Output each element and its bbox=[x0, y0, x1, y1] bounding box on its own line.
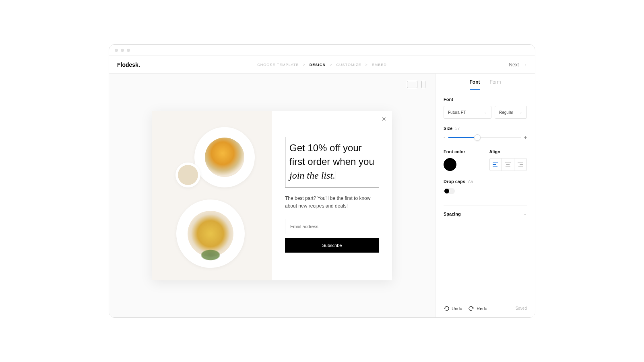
size-slider-row: - + bbox=[444, 135, 527, 140]
food-plate-icon bbox=[194, 127, 255, 187]
mobile-view-button[interactable] bbox=[421, 81, 425, 88]
font-family-value: Futura PT bbox=[448, 110, 466, 115]
svg-rect-2 bbox=[493, 166, 497, 167]
font-weight-select[interactable]: Regular ⌄ bbox=[495, 106, 527, 119]
svg-rect-4 bbox=[506, 164, 510, 165]
panel-content: Font Futura PT ⌄ Regular ⌄ Size 37 bbox=[436, 90, 535, 299]
drop-caps-toggle[interactable] bbox=[444, 188, 455, 194]
popup-preview: ✕ Get 10% off your first order when you … bbox=[152, 111, 392, 280]
align-group bbox=[489, 158, 527, 171]
drop-caps-hint: Aa bbox=[468, 179, 473, 184]
app-body: ✕ Get 10% off your first order when you … bbox=[109, 74, 535, 317]
viewport-toggle bbox=[407, 81, 425, 88]
breadcrumb-step[interactable]: CHOOSE TEMPLATE bbox=[257, 63, 299, 67]
slider-thumb[interactable] bbox=[474, 134, 481, 141]
saved-status: Saved bbox=[516, 306, 527, 311]
font-label: Font bbox=[444, 97, 527, 102]
subtext[interactable]: The best part? You'll be the first to kn… bbox=[285, 195, 379, 210]
chevron-right-icon: > bbox=[365, 63, 367, 67]
chevron-down-icon: ⌄ bbox=[524, 212, 527, 216]
spacing-section[interactable]: Spacing ⌄ bbox=[444, 212, 527, 216]
svg-rect-1 bbox=[493, 164, 496, 165]
size-slider[interactable] bbox=[448, 137, 521, 138]
popup-content: ✕ Get 10% off your first order when you … bbox=[272, 111, 392, 280]
redo-label: Redo bbox=[477, 306, 487, 311]
svg-rect-6 bbox=[518, 162, 523, 163]
panel-footer: Undo Redo Saved bbox=[436, 299, 535, 317]
redo-icon bbox=[469, 306, 474, 311]
subscribe-button[interactable]: Subscribe bbox=[285, 238, 379, 253]
undo-icon bbox=[444, 306, 449, 311]
chevron-down-icon: ⌄ bbox=[484, 110, 487, 114]
svg-rect-3 bbox=[505, 162, 511, 163]
headline-editor[interactable]: Get 10% off your first order when you jo… bbox=[285, 137, 379, 187]
tab-font[interactable]: Font bbox=[470, 79, 480, 90]
close-icon[interactable]: ✕ bbox=[382, 116, 386, 122]
align-center-button[interactable] bbox=[502, 158, 514, 171]
window-dot bbox=[127, 49, 130, 52]
align-left-button[interactable] bbox=[490, 158, 502, 171]
undo-label: Undo bbox=[452, 306, 462, 311]
headline-plain: Get 10% off your first order when you bbox=[289, 142, 374, 167]
desktop-view-button[interactable] bbox=[407, 81, 417, 88]
align-left-icon bbox=[493, 162, 498, 167]
svg-rect-7 bbox=[520, 164, 523, 165]
email-field[interactable] bbox=[285, 219, 379, 234]
divider bbox=[444, 206, 527, 206]
canvas: ✕ Get 10% off your first order when you … bbox=[109, 74, 435, 317]
food-plate-icon bbox=[176, 200, 245, 268]
breadcrumb-step-active[interactable]: DESIGN bbox=[310, 63, 326, 67]
food-bowl-icon bbox=[175, 162, 200, 187]
align-right-icon bbox=[518, 162, 523, 167]
panel-tabs: Font Form bbox=[436, 74, 535, 90]
drop-caps-label: Drop caps Aa bbox=[444, 179, 527, 184]
breadcrumb-step[interactable]: CUSTOMIZE bbox=[336, 63, 361, 67]
properties-panel: Font Form Font Futura PT ⌄ Regular ⌄ Siz bbox=[435, 74, 535, 317]
font-weight-value: Regular bbox=[499, 110, 513, 115]
align-center-icon bbox=[505, 162, 511, 167]
headline-italic: join the list. bbox=[289, 170, 335, 181]
svg-rect-0 bbox=[493, 162, 498, 163]
spacing-label: Spacing bbox=[444, 212, 461, 216]
chevron-right-icon: > bbox=[330, 63, 332, 67]
svg-rect-5 bbox=[506, 166, 510, 167]
chevron-down-icon: ⌄ bbox=[519, 110, 522, 114]
redo-button[interactable]: Redo bbox=[469, 306, 487, 311]
breadcrumb: CHOOSE TEMPLATE > DESIGN > CUSTOMIZE > E… bbox=[257, 63, 386, 67]
browser-window: Flodesk. CHOOSE TEMPLATE > DESIGN > CUST… bbox=[109, 44, 535, 318]
plus-button[interactable]: + bbox=[524, 135, 527, 140]
undo-button[interactable]: Undo bbox=[444, 306, 462, 311]
window-dot bbox=[121, 49, 124, 52]
drop-caps-text: Drop caps bbox=[444, 179, 465, 184]
breadcrumb-step[interactable]: EMBED bbox=[372, 63, 387, 67]
logo: Flodesk. bbox=[117, 62, 140, 68]
next-label: Next bbox=[509, 62, 519, 68]
arrow-right-icon: → bbox=[522, 62, 527, 68]
svg-rect-8 bbox=[518, 166, 523, 167]
font-color-picker[interactable] bbox=[444, 158, 456, 171]
tab-form[interactable]: Form bbox=[490, 79, 501, 90]
font-family-select[interactable]: Futura PT ⌄ bbox=[444, 106, 491, 119]
align-right-button[interactable] bbox=[514, 158, 526, 171]
window-dot bbox=[115, 49, 118, 52]
size-label: Size 37 bbox=[444, 126, 527, 131]
headline-text: Get 10% off your first order when you jo… bbox=[289, 141, 375, 182]
popup-image[interactable] bbox=[152, 111, 272, 280]
chevron-right-icon: > bbox=[303, 63, 305, 67]
size-label-text: Size bbox=[444, 126, 452, 131]
app-header: Flodesk. CHOOSE TEMPLATE > DESIGN > CUST… bbox=[109, 56, 535, 74]
size-value: 37 bbox=[455, 126, 460, 131]
font-color-label: Font color bbox=[444, 149, 481, 154]
next-button[interactable]: Next → bbox=[509, 62, 527, 68]
align-label: Align bbox=[489, 149, 527, 154]
window-chrome bbox=[109, 45, 535, 56]
minus-button[interactable]: - bbox=[444, 135, 445, 140]
text-cursor bbox=[336, 171, 336, 180]
